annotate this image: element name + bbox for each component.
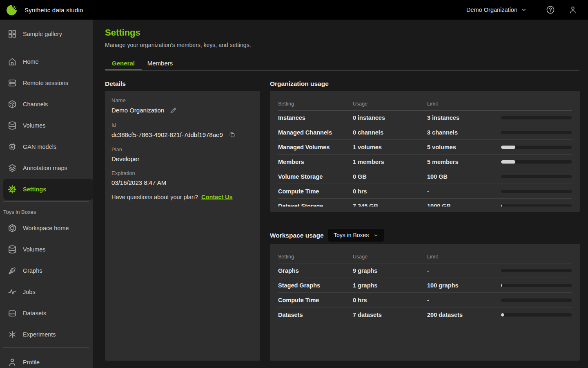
table-row: Graphs 9 graphs - — [278, 263, 572, 278]
server-icon — [7, 78, 17, 88]
sidebar-item-label: Remote sessions — [23, 80, 68, 86]
usage-limit: - — [427, 188, 501, 195]
usage-setting: Compute Time — [278, 188, 353, 195]
usage-value: 1 volumes — [353, 144, 427, 150]
table-row: Compute Time 0 hrs - — [278, 293, 572, 307]
contact-us-link[interactable]: Contact Us — [201, 194, 233, 200]
usage-limit: 1000 GB — [427, 203, 501, 207]
person-icon — [568, 5, 577, 14]
database-icon — [7, 245, 17, 254]
usage-progress-bar — [501, 298, 572, 302]
asterisk-icon — [7, 330, 17, 339]
chip-icon — [7, 142, 17, 152]
id-field: Id dc388cf5-7863-4902-821f-7ddbf1978ae9 — [111, 122, 254, 139]
workspace-usage-table-header: Setting Usage Limit — [278, 244, 572, 263]
table-row: Managed Channels 0 channels 3 channels — [278, 125, 572, 140]
name-value: Demo Organization — [111, 107, 164, 114]
sidebar-item-label: GAN models — [23, 144, 56, 150]
column-header-setting: Setting — [278, 101, 353, 107]
sidebar-divider — [3, 201, 89, 202]
layers-icon — [7, 163, 17, 173]
details-heading: Details — [105, 80, 126, 88]
sidebar-item-jobs[interactable]: Jobs — [0, 281, 93, 303]
sidebar-divider — [3, 347, 89, 348]
activity-icon — [7, 287, 17, 297]
sidebar-item-label: Profile — [23, 359, 40, 366]
pen-nib-icon — [7, 266, 17, 276]
sidebar-item-label: Annotation maps — [23, 165, 67, 171]
sidebar-item-sample-gallery[interactable]: Sample gallery — [0, 23, 93, 45]
sidebar-item-experiments[interactable]: Experiments — [0, 324, 93, 345]
chevron-down-icon — [373, 233, 379, 238]
drive-icon — [7, 308, 17, 318]
sidebar-item-workspace-home[interactable]: Workspace home — [0, 218, 93, 239]
usage-setting: Volume Storage — [278, 173, 353, 180]
usage-value: 9 graphs — [353, 267, 427, 274]
tab-general[interactable]: General — [105, 57, 142, 71]
table-row: Members 1 members 5 members — [278, 155, 572, 169]
plan-field: Plan Developer — [111, 146, 254, 162]
table-row: Staged Graphs 1 graphs 100 graphs — [278, 278, 572, 293]
sidebar-item-home[interactable]: Home — [0, 51, 93, 72]
app-title: Synthetic data studio — [24, 7, 83, 13]
usage-limit: 5 members — [427, 159, 501, 165]
id-value: dc388cf5-7863-4902-821f-7ddbf1978ae9 — [111, 131, 223, 138]
sidebar-item-label: Sample gallery — [23, 31, 62, 37]
sidebar-item-label: Settings — [23, 186, 46, 193]
sidebar-item-graphs[interactable]: Graphs — [0, 260, 93, 281]
org-usage-table-header: Setting Usage Limit — [278, 91, 572, 110]
usage-limit: 200 datasets — [427, 312, 501, 318]
usage-value: 0 GB — [353, 173, 427, 180]
org-usage-panel: Setting Usage Limit Instances 0 instance… — [270, 91, 580, 212]
sidebar-item-workspace-volumes[interactable]: Volumes — [0, 239, 93, 260]
usage-value: 7 datasets — [353, 312, 427, 318]
workspace-selector-label: Toys in Boxes — [334, 232, 369, 238]
usage-progress-bar — [501, 204, 572, 207]
expiration-value: 03/16/2023 8:47 AM — [111, 179, 166, 186]
edit-name-button[interactable] — [169, 106, 177, 114]
sidebar-item-label: Workspace home — [23, 225, 69, 231]
organization-selector[interactable]: Demo Organization — [466, 7, 527, 13]
usage-progress-bar — [501, 131, 572, 134]
table-row: Volume Storage 0 GB 100 GB — [278, 169, 572, 184]
usage-progress-bar — [501, 284, 572, 287]
table-row: Instances 0 instances 3 instances — [278, 110, 572, 125]
sidebar-item-remote-sessions[interactable]: Remote sessions — [0, 72, 93, 94]
chevron-down-icon — [521, 7, 527, 13]
usage-value: 0 hrs — [353, 297, 427, 303]
sidebar-item-label: Graphs — [23, 267, 42, 274]
sidebar-item-channels[interactable]: Channels — [0, 94, 93, 115]
usage-limit: - — [427, 267, 501, 274]
workspace-selector[interactable]: Toys in Boxes — [328, 228, 384, 242]
usage-setting: Managed Volumes — [278, 144, 353, 150]
sidebar-item-settings[interactable]: Settings — [3, 179, 93, 200]
sidebar-item-profile[interactable]: Profile — [0, 352, 93, 368]
tab-members[interactable]: Members — [142, 57, 178, 71]
usage-progress-bar — [501, 160, 572, 164]
page-subtitle: Manage your organization's members, keys… — [105, 42, 251, 48]
workspace-usage-heading: Workspace usage — [270, 232, 324, 239]
tabs-divider — [105, 70, 579, 71]
column-header-limit: Limit — [427, 254, 501, 260]
sidebar-item-datasets[interactable]: Datasets — [0, 303, 93, 324]
database-icon — [7, 121, 17, 130]
usage-progress-bar — [501, 116, 572, 119]
sidebar-item-volumes[interactable]: Volumes — [0, 115, 93, 136]
help-button[interactable] — [546, 5, 555, 15]
usage-setting: Staged Graphs — [278, 282, 353, 289]
workspace-section-label: Toys in Boxes — [0, 209, 93, 215]
sidebar-item-label: Experiments — [23, 331, 56, 338]
usage-limit: 5 volumes — [427, 144, 501, 150]
copy-id-button[interactable] — [228, 131, 236, 139]
sidebar-item-label: Home — [23, 58, 39, 65]
app-logo-icon — [6, 3, 19, 16]
sidebar-item-label: Datasets — [23, 310, 46, 316]
user-menu-button[interactable] — [568, 5, 577, 14]
usage-progress-bar — [501, 313, 572, 316]
usage-limit: 100 GB — [427, 173, 501, 180]
sidebar-item-gan-models[interactable]: GAN models — [0, 136, 93, 157]
usage-setting: Datasets — [278, 312, 353, 318]
sidebar-item-annotation-maps[interactable]: Annotation maps — [0, 157, 93, 179]
top-bar: Synthetic data studio Demo Organization — [0, 0, 588, 20]
column-header-limit: Limit — [427, 101, 501, 107]
